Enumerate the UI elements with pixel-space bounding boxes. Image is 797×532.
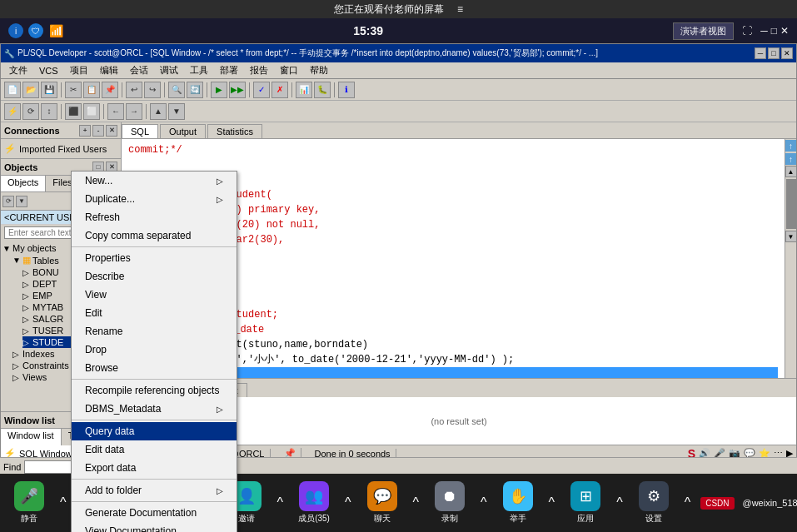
ctx-export-data[interactable]: Export data <box>72 459 237 477</box>
tb2-8[interactable]: ▲ <box>150 103 167 120</box>
menu-session[interactable]: 会话 <box>125 62 153 78</box>
ctx-copy-comma[interactable]: Copy comma separated <box>72 226 237 245</box>
scroll-up-btn[interactable]: ▲ <box>785 166 797 177</box>
obj-filter-btn[interactable]: ▼ <box>16 196 27 207</box>
task-raise[interactable]: ✋ 举手 <box>497 481 539 525</box>
task-settings[interactable]: ⚙ 设置 <box>633 481 675 525</box>
scroll-down-btn[interactable]: ▼ <box>785 231 797 242</box>
invite-expand[interactable]: ^ <box>274 495 287 510</box>
presenter-view-button[interactable]: 演讲者视图 <box>673 22 734 40</box>
menu-reports[interactable]: 报告 <box>245 62 273 78</box>
ctx-view[interactable]: View <box>72 286 237 304</box>
raise-expand[interactable]: ^ <box>545 495 559 510</box>
tab-sql[interactable]: SQL <box>122 124 158 138</box>
ctx-describe[interactable]: Describe <box>72 267 237 286</box>
redo-btn[interactable]: ↪ <box>144 82 161 98</box>
tab-objects[interactable]: Objects <box>1 176 46 191</box>
conn-close-btn[interactable]: ✕ <box>106 125 117 137</box>
search-btn[interactable]: 🔍 <box>168 82 185 98</box>
minimize-button[interactable]: ─ <box>755 47 766 59</box>
scroll-up-extra-2[interactable]: ↑ <box>785 153 797 165</box>
menu-file[interactable]: 文件 <box>4 62 32 78</box>
ctx-browse[interactable]: Browse <box>72 359 237 377</box>
tb2-9[interactable]: ▼ <box>168 103 185 120</box>
save-btn[interactable]: 💾 <box>41 82 57 98</box>
settings-expand[interactable]: ^ <box>681 495 695 510</box>
conn-item-imported[interactable]: ⚡ Imported Fixed Users <box>4 142 117 155</box>
conn-remove-btn[interactable]: - <box>92 125 104 137</box>
expand-icon[interactable]: ⛶ <box>742 25 752 37</box>
info-btn[interactable]: ℹ <box>338 82 355 98</box>
copy-btn[interactable]: 📋 <box>83 82 100 98</box>
ctx-generate-doc[interactable]: Generate Documentation <box>72 504 237 522</box>
rollback-btn[interactable]: ✗ <box>271 82 288 98</box>
ctx-recompile[interactable]: Recompile referencing objects <box>72 381 237 400</box>
task-chat[interactable]: 💬 聊天 <box>361 481 403 525</box>
close-button[interactable]: ✕ <box>781 47 793 59</box>
conn-icon: ⚡ <box>4 143 16 154</box>
tab-output[interactable]: Output <box>160 124 206 138</box>
ctx-view-doc[interactable]: View Documentation <box>72 522 237 532</box>
undo-btn[interactable]: ↩ <box>126 82 142 98</box>
chat-expand[interactable]: ^ <box>410 495 423 510</box>
task-apps[interactable]: ⊞ 应用 <box>565 481 606 525</box>
editor-scrollbar: ↑ ↑ ▲ ▼ <box>785 139 796 378</box>
wl-tab-list[interactable]: Window list <box>1 429 62 445</box>
ctx-edit-data[interactable]: Edit data <box>72 440 237 459</box>
objects-header-label: Objects <box>4 162 37 172</box>
ctx-duplicate[interactable]: Duplicate...▷ <box>72 190 237 208</box>
menu-edit[interactable]: 编辑 <box>95 62 123 78</box>
mute-expand[interactable]: ^ <box>57 495 70 510</box>
task-members[interactable]: 👥 成员(35) <box>293 481 335 525</box>
commit-btn[interactable]: ✓ <box>253 82 270 98</box>
cut-btn[interactable]: ✂ <box>65 82 82 98</box>
conn-add-btn[interactable]: + <box>79 125 91 137</box>
scroll-up-extra-1[interactable]: ↑ <box>785 140 797 152</box>
task-record[interactable]: ⏺ 录制 <box>429 481 471 525</box>
members-expand[interactable]: ^ <box>341 495 355 510</box>
tb2-5[interactable]: ⬜ <box>83 103 100 120</box>
debug-btn[interactable]: 🐛 <box>314 82 331 98</box>
open-btn[interactable]: 📂 <box>22 82 39 98</box>
ctx-refresh[interactable]: Refresh <box>72 208 237 226</box>
tb2-7[interactable]: → <box>126 103 142 120</box>
tb2-2[interactable]: ⟳ <box>22 103 39 120</box>
menu-deployment[interactable]: 部署 <box>215 62 243 78</box>
tb2-4[interactable]: ⬛ <box>65 103 82 120</box>
ctx-query-data[interactable]: Query data <box>72 422 237 440</box>
menu-vcs[interactable]: VCS <box>34 64 63 77</box>
ctx-properties[interactable]: Properties <box>72 249 237 267</box>
ctx-edit[interactable]: Edit <box>72 304 237 322</box>
maximize-button[interactable]: □ <box>768 47 780 59</box>
paste-btn[interactable]: 📌 <box>102 82 118 98</box>
apps-expand[interactable]: ^ <box>613 495 626 510</box>
menu-help[interactable]: 帮助 <box>305 62 333 78</box>
run-btn[interactable]: ▶ <box>211 82 227 98</box>
new-btn[interactable]: 📄 <box>4 82 21 98</box>
expand-icon: ▼ <box>2 244 11 253</box>
menu-debug[interactable]: 调试 <box>155 62 183 78</box>
ctx-sep-3 <box>72 420 237 420</box>
tb2-3[interactable]: ↕ <box>41 103 57 120</box>
task-mute[interactable]: 🎤 静音 <box>8 481 50 525</box>
menu-tools[interactable]: 工具 <box>185 62 213 78</box>
ctx-rename[interactable]: Rename <box>72 322 237 341</box>
tb2-6[interactable]: ← <box>107 103 124 120</box>
ctx-drop[interactable]: Drop <box>72 341 237 359</box>
tab-statistics[interactable]: Statistics <box>207 124 262 138</box>
menu-project[interactable]: 项目 <box>65 62 93 78</box>
run-all-btn[interactable]: ▶▶ <box>229 82 246 98</box>
signal-icon: 📶 <box>48 23 63 38</box>
explain-btn[interactable]: 📊 <box>296 82 312 98</box>
tb2-1[interactable]: ⚡ <box>4 103 21 120</box>
menu-window[interactable]: 窗口 <box>275 62 303 78</box>
ctx-add-to-folder[interactable]: Add to folder▷ <box>72 481 237 500</box>
obj-refresh-btn[interactable]: ⟳ <box>2 196 14 207</box>
scroll-thumb[interactable] <box>786 179 796 229</box>
ctx-new[interactable]: New...▷ <box>72 172 237 190</box>
replace-btn[interactable]: 🔄 <box>187 82 203 98</box>
ctx-dbms-metadata[interactable]: DBMS_Metadata▷ <box>72 400 237 418</box>
dup-arrow: ▷ <box>217 195 223 204</box>
sys-right: 演讲者视图 ⛶ ─ □ ✕ <box>673 22 789 40</box>
record-expand[interactable]: ^ <box>477 495 491 510</box>
